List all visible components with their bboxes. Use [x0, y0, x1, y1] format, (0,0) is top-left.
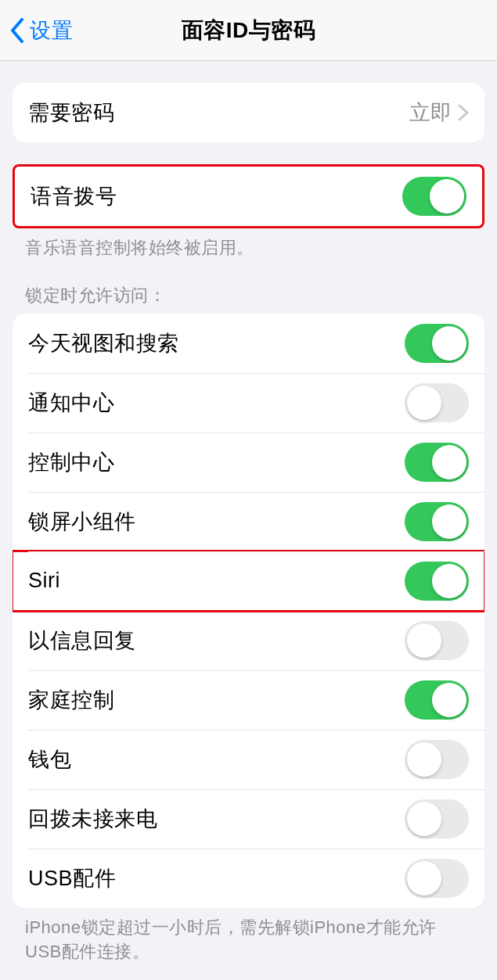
- lock-access-toggle[interactable]: [405, 383, 469, 422]
- lock-access-label: 通知中心: [28, 389, 114, 417]
- lock-access-row: USB配件: [13, 849, 484, 908]
- voice-dial-footer: 音乐语音控制将始终被启用。: [0, 228, 497, 260]
- lock-access-label: 家庭控制: [28, 686, 114, 714]
- lock-access-row: 锁屏小组件: [13, 492, 484, 551]
- lock-access-footer: iPhone锁定超过一小时后，需先解锁iPhone才能允许USB配件连接。: [0, 908, 497, 964]
- lock-access-header: 锁定时允许访问：: [0, 260, 497, 314]
- lock-access-label: USB配件: [28, 864, 116, 892]
- lock-access-toggle[interactable]: [405, 562, 469, 601]
- lock-access-row: 以信息回复: [13, 611, 484, 670]
- lock-access-toggle[interactable]: [405, 740, 469, 779]
- nav-header: 设置 面容ID与密码: [0, 0, 497, 61]
- lock-access-toggle[interactable]: [405, 680, 469, 720]
- lock-access-label: 今天视图和搜索: [28, 329, 179, 357]
- voice-dial-row: 语音拨号: [15, 167, 482, 226]
- lock-access-toggle[interactable]: [405, 443, 469, 482]
- lock-access-row: 今天视图和搜索: [13, 314, 484, 373]
- chevron-left-icon: [9, 18, 25, 43]
- require-passcode-group: 需要密码 立即: [13, 83, 484, 142]
- voice-dial-label: 语音拨号: [31, 182, 117, 210]
- lock-access-toggle[interactable]: [405, 502, 469, 541]
- lock-access-label: 控制中心: [28, 448, 114, 476]
- lock-access-row: 通知中心: [13, 373, 484, 433]
- lock-access-label: 以信息回复: [28, 626, 136, 655]
- lock-access-toggle[interactable]: [405, 799, 469, 838]
- require-passcode-value: 立即: [409, 99, 452, 127]
- lock-access-row: 控制中心: [13, 433, 484, 492]
- lock-access-row: 家庭控制: [13, 670, 484, 730]
- voice-dial-group: 语音拨号: [13, 164, 484, 228]
- lock-access-toggle[interactable]: [405, 859, 469, 898]
- lock-access-label: 钱包: [28, 745, 71, 774]
- lock-access-row: 钱包: [13, 730, 484, 789]
- lock-access-toggle[interactable]: [405, 324, 469, 363]
- lock-access-toggle[interactable]: [405, 621, 469, 660]
- require-passcode-row[interactable]: 需要密码 立即: [13, 83, 484, 142]
- page-title: 面容ID与密码: [182, 16, 316, 45]
- lock-access-row: 回拨未接来电: [13, 789, 484, 849]
- lock-access-label: 锁屏小组件: [28, 508, 136, 536]
- chevron-right-icon: [458, 104, 469, 121]
- voice-dial-toggle[interactable]: [402, 177, 466, 216]
- back-label: 设置: [30, 16, 74, 45]
- lock-access-label: 回拨未接来电: [28, 805, 157, 833]
- lock-access-row: Siri: [13, 551, 484, 611]
- lock-access-label: Siri: [28, 569, 60, 593]
- back-button[interactable]: 设置: [0, 16, 74, 45]
- require-passcode-label: 需要密码: [28, 99, 114, 127]
- lock-access-group: 今天视图和搜索通知中心控制中心锁屏小组件Siri以信息回复家庭控制钱包回拨未接来…: [13, 314, 484, 908]
